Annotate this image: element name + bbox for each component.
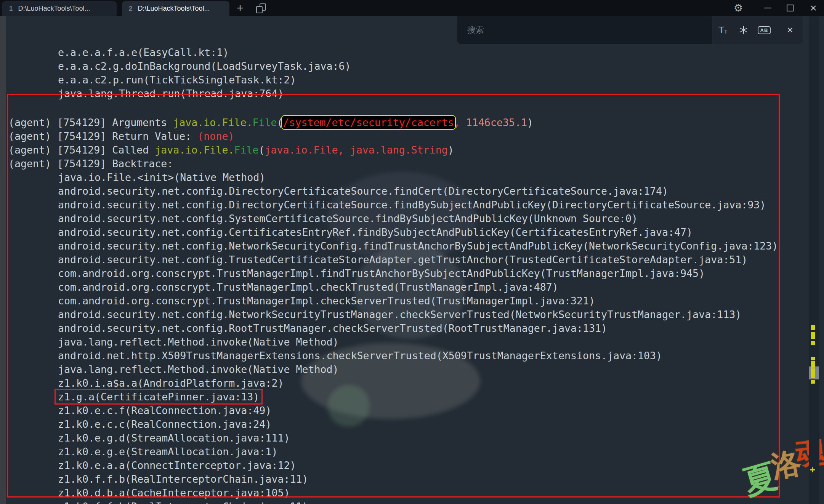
log-line: android.security.net.config.NetworkSecur… — [8, 239, 778, 253]
log-line: e.a.e.a.f.a.e(EasyCall.kt:1) — [8, 46, 351, 59]
log-line: (agent) [754129] Backtrace: — [8, 157, 778, 171]
whole-word-button[interactable]: AB — [756, 22, 773, 38]
tab-list-icon-front — [256, 6, 263, 13]
settings-gear-icon[interactable]: ⚙ — [729, 0, 747, 16]
search-input[interactable] — [457, 16, 712, 44]
log-line: z1.k0.f.f.b(RealInterceptorChain.java:11… — [8, 500, 778, 504]
scrollbar-plus-marker: + — [810, 464, 815, 476]
app-window: 1 D:\LuoHackTools\Tool... 2 D:\LuoHackTo… — [0, 0, 824, 504]
whole-word-icon: AB — [758, 26, 771, 34]
titlebar: 1 D:\LuoHackTools\Tool... 2 D:\LuoHackTo… — [0, 0, 824, 16]
log-line: android.security.net.config.TrustedCerti… — [8, 253, 778, 267]
minimize-button[interactable] — [758, 0, 777, 16]
match-case-icon-small: T — [724, 28, 728, 35]
log-line: z1.k0.e.a.a(ConnectInterceptor.java:12) — [8, 459, 778, 472]
log-line: com.android.org.conscrypt.TrustManagerIm… — [8, 294, 778, 308]
regex-button[interactable] — [735, 22, 752, 38]
log-line: android.security.net.config.Certificates… — [8, 226, 778, 239]
log-line: z1.k0.d.b.a(CacheInterceptor.java:105) — [8, 486, 778, 500]
tab-list-icon[interactable] — [256, 3, 266, 13]
log-lines: e.a.e.a.f.a.e(EasyCall.kt:1)e.a.a.c2.g.d… — [0, 16, 809, 504]
log-line: com.android.org.conscrypt.TrustManagerIm… — [8, 280, 778, 294]
search-panel: TT AB × — [457, 16, 803, 44]
match-case-button[interactable]: TT — [715, 22, 731, 38]
tab-1-title: D:\LuoHackTools\Tool... — [18, 5, 90, 13]
search-close-button[interactable]: × — [782, 22, 798, 38]
tab-1[interactable]: 1 D:\LuoHackTools\Tool... — [2, 1, 117, 16]
search-match-marker — [811, 341, 815, 345]
log-line: android.security.net.config.SystemCertif… — [8, 212, 778, 226]
maximize-button[interactable] — [781, 0, 799, 16]
match-case-icon: T — [718, 25, 724, 35]
log-line: e.a.a.c2.g.doInBackground(LoadSurveyTask… — [8, 59, 351, 73]
log-line: android.security.net.config.NetworkSecur… — [8, 308, 778, 322]
log-line: z1.k0.e.c.c(RealConnection.java:24) — [8, 418, 778, 431]
search-match-marker — [811, 380, 815, 384]
log-line: z1.k0.e.g.e(StreamAllocation.java:1) — [8, 445, 778, 459]
scrollbar-track[interactable]: + — [809, 16, 819, 504]
log-line: z1.k0.f.f.b(RealInterceptorChain.java:11… — [8, 472, 778, 486]
minimize-icon — [764, 8, 771, 8]
log-line: java.lang.reflect.Method.invoke(Native M… — [8, 335, 778, 349]
log-line: android.net.http.X509TrustManagerExtensi… — [8, 349, 778, 363]
search-match-marker — [811, 357, 815, 360]
log-line: (agent) [754129] Called java.io.File.Fil… — [8, 143, 778, 157]
tab-2-title: D:\LuoHackTools\Tool... — [138, 5, 210, 13]
search-match-marker — [811, 325, 815, 330]
new-tab-button[interactable]: + — [232, 0, 248, 16]
log-line: z1.k0.i.a$a.a(AndroidPlatform.java:2) — [8, 376, 778, 390]
asterisk-icon — [739, 25, 749, 35]
log-line: java.io.File.<init>(Native Method) — [8, 171, 778, 184]
log-line: (agent) [754129] Arguments java.io.File.… — [8, 116, 778, 130]
search-match-marker — [811, 332, 815, 339]
red-boxed-frame: z1.g.a(CertificatePinner.java:13) — [56, 390, 261, 403]
log-line: java.lang.Thread.run(Thread.java:764) — [8, 87, 351, 101]
log-line: com.android.org.conscrypt.TrustManagerIm… — [8, 267, 778, 280]
log-line: z1.k0.e.c.f(RealConnection.java:49) — [8, 404, 778, 418]
log-line: z1.g.a(CertificatePinner.java:13) — [8, 390, 778, 404]
search-match-marker — [811, 368, 815, 378]
tab-2[interactable]: 2 D:\LuoHackTools\Tool... — [122, 1, 229, 16]
log-line: android.security.net.config.DirectoryCer… — [8, 184, 778, 198]
log-line: z1.k0.e.g.d(StreamAllocation.java:111) — [8, 431, 778, 445]
maximize-icon — [787, 5, 794, 11]
search-match-marker — [811, 361, 815, 368]
tab-2-index: 2 — [129, 5, 132, 13]
log-line: (agent) [754129] Return Value: (none) — [8, 130, 778, 143]
tab-1-index: 1 — [9, 5, 13, 13]
window-close-button[interactable]: × — [804, 0, 822, 16]
log-line: android.security.net.config.RootTrustMan… — [8, 322, 778, 335]
log-line: e.a.a.c2.p.run(TickTickSingleTask.kt:2) — [8, 73, 351, 87]
log-line: android.security.net.config.DirectoryCer… — [8, 198, 778, 212]
log-line: java.lang.reflect.Method.invoke(Native M… — [8, 363, 778, 376]
